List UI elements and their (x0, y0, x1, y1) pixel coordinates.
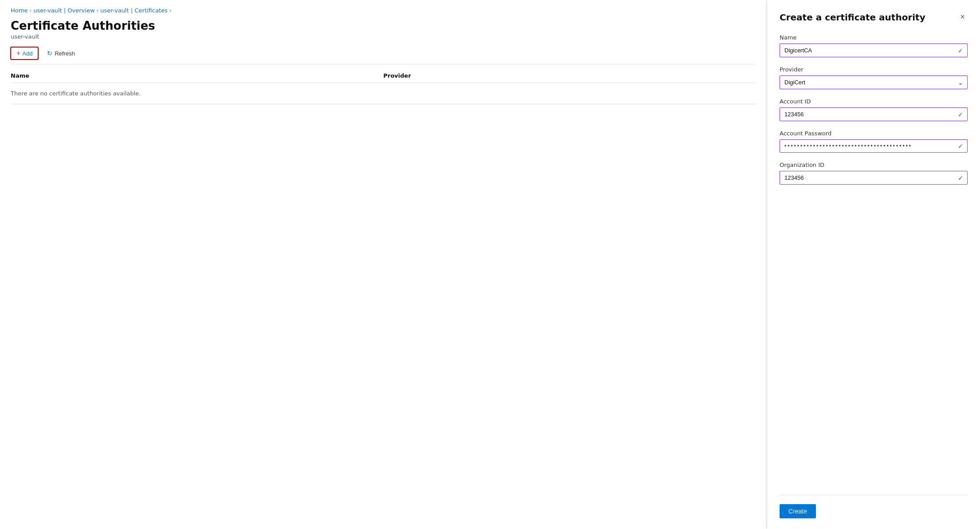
table-container: Name Provider There are no certificate a… (11, 69, 756, 104)
refresh-icon: ↻ (47, 50, 52, 57)
page-subtitle: user-vault (11, 33, 756, 40)
provider-select[interactable]: DigiCert GlobalSign (780, 75, 968, 89)
breadcrumb-certificates[interactable]: user-vault | Certificates (100, 7, 167, 14)
account-id-label: Account ID (780, 98, 968, 105)
add-button[interactable]: + Add (11, 47, 38, 59)
org-id-field-group: Organization ID ✓ (780, 162, 968, 185)
spacer (780, 193, 968, 495)
account-id-input[interactable] (780, 107, 968, 121)
toolbar: + Add ↻ Refresh (11, 47, 756, 64)
side-panel: Create a certificate authority × Name ✓ … (767, 0, 980, 529)
close-button[interactable]: × (957, 11, 968, 24)
refresh-button[interactable]: ↻ Refresh (42, 47, 80, 59)
plus-icon: + (16, 50, 20, 57)
account-id-check-icon: ✓ (958, 111, 963, 118)
main-content: Home › user-vault | Overview › user-vaul… (0, 0, 767, 529)
panel-header: Create a certificate authority × (780, 11, 968, 24)
empty-message: There are no certificate authorities ava… (11, 83, 756, 104)
org-id-label: Organization ID (780, 162, 968, 168)
provider-select-wrapper: DigiCert GlobalSign ⌄ (780, 75, 968, 89)
account-password-check-icon: ✓ (958, 142, 963, 150)
panel-title: Create a certificate authority (780, 12, 925, 23)
breadcrumb-sep-2: › (97, 8, 99, 14)
breadcrumb-sep-1: › (29, 8, 31, 14)
refresh-button-label: Refresh (55, 50, 75, 57)
account-password-label: Account Password (780, 130, 968, 137)
provider-field-group: Provider DigiCert GlobalSign ⌄ (780, 66, 968, 89)
breadcrumb-home[interactable]: Home (11, 7, 27, 14)
provider-label: Provider (780, 66, 968, 73)
panel-footer: Create (780, 495, 968, 518)
breadcrumb: Home › user-vault | Overview › user-vaul… (11, 7, 756, 14)
account-id-field-group: Account ID ✓ (780, 98, 968, 121)
account-password-input[interactable] (780, 139, 968, 153)
name-input[interactable] (780, 43, 968, 57)
table-header: Name Provider (11, 69, 756, 83)
create-button[interactable]: Create (780, 504, 816, 518)
org-id-input[interactable] (780, 171, 968, 185)
org-id-input-wrapper: ✓ (780, 171, 968, 185)
account-password-input-wrapper: ✓ (780, 139, 968, 153)
name-label: Name (780, 34, 968, 41)
account-id-input-wrapper: ✓ (780, 107, 968, 121)
account-password-field-group: Account Password ✓ (780, 130, 968, 153)
name-check-icon: ✓ (958, 47, 963, 54)
org-id-check-icon: ✓ (958, 174, 963, 182)
breadcrumb-sep-3: › (169, 8, 172, 14)
breadcrumb-overview[interactable]: user-vault | Overview (33, 7, 94, 14)
page-title: Certificate Authorities (11, 19, 756, 32)
name-field-group: Name ✓ (780, 34, 968, 57)
add-button-label: Add (22, 50, 32, 57)
col-header-provider: Provider (384, 72, 757, 79)
name-input-wrapper: ✓ (780, 43, 968, 57)
col-header-name: Name (11, 72, 384, 79)
